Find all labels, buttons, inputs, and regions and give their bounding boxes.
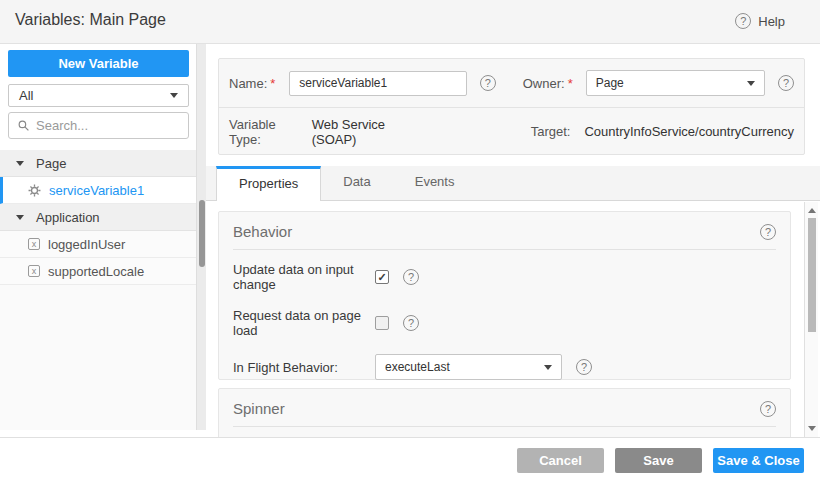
behavior-section: Behavior ? Update data on input change ?… bbox=[218, 211, 791, 380]
section-title: Spinner bbox=[233, 400, 285, 417]
variable-type-label: Variable Type: bbox=[229, 117, 298, 147]
spinner-section-header: Spinner ? bbox=[219, 389, 790, 426]
sidebar-item-loggedinuser[interactable]: x loggedInUser bbox=[0, 231, 196, 258]
request-data-label: Request data on page load bbox=[233, 308, 375, 338]
variable-label: loggedInUser bbox=[48, 237, 125, 252]
in-flight-help-icon[interactable]: ? bbox=[576, 359, 592, 375]
dialog-footer: Cancel Save Save & Close bbox=[0, 437, 820, 487]
variable-summary-panel: Name: * ? Owner: * Page ? Variable Type:… bbox=[218, 58, 805, 155]
chevron-down-icon bbox=[747, 81, 755, 86]
name-label: Name: bbox=[229, 76, 267, 91]
spinner-help-icon[interactable]: ? bbox=[760, 401, 776, 417]
target-value: CountryInfoService/countryCurrency bbox=[584, 124, 794, 139]
cancel-button[interactable]: Cancel bbox=[517, 448, 604, 473]
required-marker: * bbox=[568, 76, 573, 91]
chevron-down-icon bbox=[170, 93, 178, 98]
chevron-down-icon bbox=[544, 365, 552, 370]
new-variable-button[interactable]: New Variable bbox=[8, 50, 189, 77]
update-data-label: Update data on input change bbox=[233, 262, 375, 292]
behavior-section-header: Behavior ? bbox=[219, 212, 790, 249]
variables-dialog: Variables: Main Page ? Help New Variable… bbox=[0, 0, 820, 487]
tab-data[interactable]: Data bbox=[321, 166, 392, 200]
search-box[interactable] bbox=[8, 112, 189, 139]
in-flight-select[interactable]: executeLast bbox=[375, 354, 562, 380]
properties-scrollbar[interactable] bbox=[804, 202, 818, 437]
update-data-row: Update data on input change ? bbox=[233, 262, 776, 292]
variables-sidebar: New Variable All Page serviceVariable1 bbox=[0, 44, 196, 430]
variables-tree: Page serviceVariable1 Application x logg… bbox=[0, 150, 196, 285]
in-flight-selected-value: executeLast bbox=[385, 360, 544, 374]
group-label: Application bbox=[36, 210, 100, 225]
type-target-row: Variable Type: Web Service (SOAP) Target… bbox=[219, 107, 804, 155]
static-variable-icon: x bbox=[28, 238, 40, 250]
variable-label: serviceVariable1 bbox=[49, 183, 144, 198]
in-flight-label: In Flight Behavior: bbox=[233, 360, 375, 375]
help-label: Help bbox=[758, 14, 785, 29]
scroll-up-icon[interactable] bbox=[808, 208, 816, 213]
sidebar-item-supportedlocale[interactable]: x supportedLocale bbox=[0, 258, 196, 285]
tab-events[interactable]: Events bbox=[393, 166, 477, 200]
service-variable-gear-icon bbox=[28, 184, 41, 197]
owner-selected-value: Page bbox=[596, 76, 747, 90]
update-data-checkbox[interactable] bbox=[375, 270, 389, 284]
behavior-section-body: Update data on input change ? Request da… bbox=[219, 250, 790, 392]
spinner-section: Spinner ? bbox=[218, 388, 791, 437]
help-icon: ? bbox=[735, 13, 751, 29]
search-input[interactable] bbox=[36, 118, 180, 133]
sidebar-group-application[interactable]: Application bbox=[0, 204, 196, 231]
static-variable-icon: x bbox=[28, 265, 40, 277]
sidebar-empty-area bbox=[0, 285, 196, 430]
tab-bar: Properties Data Events bbox=[206, 166, 820, 201]
variable-type-value: Web Service (SOAP) bbox=[312, 117, 414, 147]
scrollbar-thumb[interactable] bbox=[808, 218, 816, 332]
request-data-row: Request data on page load ? bbox=[233, 308, 776, 338]
variable-detail-panel: Name: * ? Owner: * Page ? Variable Type:… bbox=[206, 44, 820, 437]
owner-help-icon[interactable]: ? bbox=[778, 75, 794, 91]
required-marker: * bbox=[270, 76, 275, 91]
variable-label: supportedLocale bbox=[48, 264, 144, 279]
chevron-down-icon bbox=[16, 215, 24, 220]
search-icon bbox=[17, 119, 30, 132]
dialog-header: Variables: Main Page ? Help bbox=[0, 0, 820, 44]
variable-filter-select[interactable]: All bbox=[8, 84, 189, 107]
filter-selected-value: All bbox=[19, 88, 170, 103]
save-button[interactable]: Save bbox=[615, 448, 702, 473]
sidebar-scrollbar[interactable] bbox=[196, 44, 206, 430]
group-label: Page bbox=[36, 156, 66, 171]
name-input[interactable] bbox=[289, 71, 466, 96]
name-owner-row: Name: * ? Owner: * Page ? bbox=[219, 59, 804, 107]
divider bbox=[233, 426, 776, 427]
sidebar-item-servicevariable1[interactable]: serviceVariable1 bbox=[0, 177, 196, 204]
update-data-help-icon[interactable]: ? bbox=[403, 269, 419, 285]
help-button[interactable]: ? Help bbox=[735, 13, 785, 29]
owner-select[interactable]: Page bbox=[586, 70, 765, 96]
section-title: Behavior bbox=[233, 223, 292, 240]
properties-tab-content: Behavior ? Update data on input change ?… bbox=[206, 201, 804, 437]
page-title: Variables: Main Page bbox=[15, 11, 166, 29]
request-data-checkbox[interactable] bbox=[375, 316, 389, 330]
scrollbar-thumb[interactable] bbox=[199, 200, 205, 267]
behavior-help-icon[interactable]: ? bbox=[760, 224, 776, 240]
in-flight-row: In Flight Behavior: executeLast ? bbox=[233, 354, 776, 380]
name-help-icon[interactable]: ? bbox=[480, 75, 496, 91]
tab-properties[interactable]: Properties bbox=[216, 166, 321, 201]
scroll-down-icon[interactable] bbox=[808, 426, 816, 431]
sidebar-group-page[interactable]: Page bbox=[0, 150, 196, 177]
save-and-close-button[interactable]: Save & Close bbox=[713, 448, 804, 473]
owner-label: Owner: bbox=[523, 76, 565, 91]
chevron-down-icon bbox=[16, 161, 24, 166]
request-data-help-icon[interactable]: ? bbox=[403, 315, 419, 331]
target-label: Target: bbox=[531, 124, 571, 139]
